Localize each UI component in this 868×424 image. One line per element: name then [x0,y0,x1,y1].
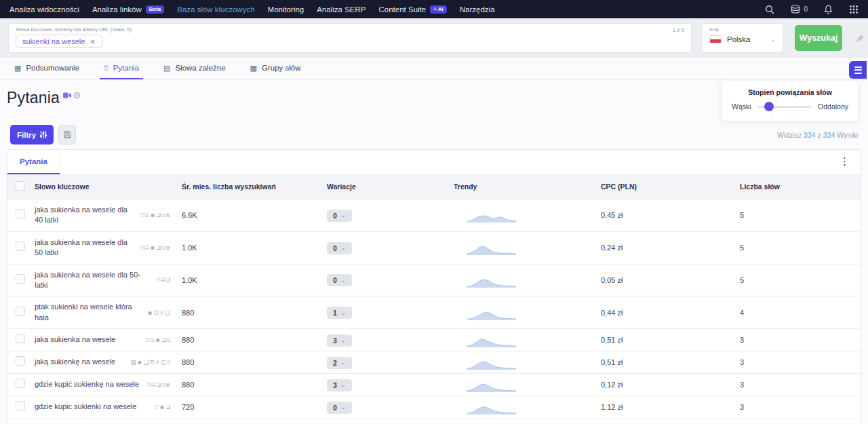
filters-label: Filtry [17,131,36,139]
keyword-link[interactable]: jaka sukienka na wesele dla 50- latki [35,270,142,291]
row-checkbox[interactable] [16,401,25,410]
tab-label: Słowa zależne [175,64,225,72]
keyword-link[interactable]: jaka sukienka na wesele dla 40 latki [35,205,136,226]
variations-dropdown[interactable]: 1⌄ [327,307,352,319]
remove-chip-icon[interactable]: ✕ [90,38,95,45]
keyword-search-section: Słowa kluczowe, domeny lub adresy URL (m… [0,18,868,58]
tab-icon: ▦ [14,64,21,73]
tab-label: Pytania [113,64,139,72]
col-volume[interactable]: Śr. mies. liczba wyszukiwań [182,182,327,191]
row-checkbox[interactable] [16,274,25,284]
table-row: ptak sukienki na wesele która hala☻⊡♕❑88… [7,296,861,328]
chevron-down-icon: ⌄ [341,310,346,316]
apps-grid-icon[interactable] [849,5,859,14]
poland-flag-icon [709,35,722,43]
tab-podsumowanie[interactable]: ▦Podsumowanie [10,58,83,79]
select-all-checkbox[interactable] [16,181,25,191]
tab-label: Podsumowanie [26,64,79,72]
search-volume: 720 [182,403,327,411]
search-volume: 880 [182,336,327,344]
tab-grupy-s-w[interactable]: ▩Grupy słów [246,58,305,79]
col-cpc[interactable]: CPC (PLN) [601,182,740,191]
row-checkbox[interactable] [16,242,25,251]
cpc-value: 1,12 zł [601,403,740,411]
table-row: gdzie kupić sukienkę na wesele⍰▤❑⊡♕8803⌄… [7,373,861,396]
variations-count: 3 [333,381,337,389]
relevance-title: Stopień powiązania słów [732,88,848,96]
results-total[interactable]: 334 [823,131,835,139]
info-icon[interactable] [74,92,80,98]
word-count: 5 [740,276,861,284]
nav-item[interactable]: Narzędzia [460,5,495,14]
search-volume: 6.6K [182,211,327,219]
cpc-value: 0,05 zł [601,276,740,284]
row-checkbox[interactable] [16,356,25,366]
variations-count: 1 [333,309,337,317]
serp-feature-icons: ⍰▤☻❑⊡♕ [140,244,171,252]
col-variations[interactable]: Wariacje [327,182,454,191]
nav-item[interactable]: Baza słów kluczowych [177,5,254,14]
variations-dropdown[interactable]: 2⌄ [327,357,352,369]
pin-icon[interactable] [856,35,864,43]
keyword-link[interactable]: ptak sukienki na wesele która hala [35,302,142,323]
results-current[interactable]: 334 [804,131,816,139]
video-tutorial-icon[interactable] [63,92,71,98]
notifications-bell-icon[interactable] [824,5,833,14]
slider-thumb[interactable] [764,102,774,111]
search-button[interactable]: Wyszukaj [795,25,842,51]
main-menu: Analiza widocznościAnaliza linkówBetaBaz… [9,5,495,14]
country-selector[interactable]: Kraj Polska ⌄ [702,23,783,53]
tab-pytania[interactable]: ⍰Pytania [100,58,143,79]
variations-dropdown[interactable]: 3⌄ [327,334,352,347]
keyword-search-input[interactable]: Słowa kluczowe, domeny lub adresy URL (m… [8,23,692,53]
nav-item[interactable]: Analiza SERP [317,5,366,14]
variations-dropdown[interactable]: 0⌄ [327,274,352,286]
nav-item-label: Analiza widoczności [9,5,79,14]
variations-count: 3 [333,336,337,345]
serp-feature-icons: ⍰☻❑ [155,404,172,411]
row-checkbox[interactable] [16,334,25,343]
relevance-slider[interactable] [758,106,811,108]
nav-item[interactable]: Monitoring [268,5,304,14]
card-tab-pytania[interactable]: Pytania [7,150,60,174]
row-checkbox[interactable] [16,209,25,218]
filters-button[interactable]: Filtry [10,125,54,144]
word-count: 3 [740,381,861,389]
keyword-chip[interactable]: sukienki na wesele ✕ [16,35,102,48]
variations-dropdown[interactable]: 0⌄ [327,210,352,222]
variations-count: 0 [333,212,337,220]
nav-item[interactable]: Content Suite+ AI [378,5,446,14]
table-row: jaka sukienka na wesele dla 50- latki⍰▤❑… [7,264,861,296]
keyword-link[interactable]: jaka sukienka na wesele [35,334,115,345]
tab-s-owa-zale-ne[interactable]: ▤Słowa zależne [159,58,230,79]
search-icon[interactable] [765,5,774,14]
row-checkbox[interactable] [16,379,25,388]
save-filter-button[interactable] [58,125,76,144]
cpc-value: 0,12 zł [601,381,740,389]
row-checkbox[interactable] [16,307,25,316]
save-floppy-icon [64,131,71,138]
nav-item-label: Content Suite [378,5,426,14]
nav-item[interactable]: Analiza widoczności [9,5,79,14]
nav-item[interactable]: Analiza linkówBeta [92,5,164,14]
serp-feature-icons: ▤☻❑⊡♕◫⍰ [131,359,171,366]
credits-indicator[interactable]: 0 [791,5,808,14]
variations-dropdown[interactable]: 0⌄ [327,242,352,254]
keyword-link[interactable]: gdzie kupic sukienki na wesele [35,402,136,412]
chevron-down-icon: ⌄ [770,36,776,43]
col-word-count[interactable]: Liczba słów [740,182,861,191]
hamburger-menu-button[interactable] [849,61,867,79]
keyword-link[interactable]: gdzie kupić sukienkę na wesele [35,379,139,389]
keyword-link[interactable]: jaką sukienkę na wesele [35,357,115,367]
cpc-value: 0,51 zł [601,358,740,366]
variations-dropdown[interactable]: 3⌄ [327,379,352,391]
col-keyword[interactable]: Słowo kluczowe [35,182,182,191]
top-navigation: Analiza widocznościAnaliza linkówBetaBaz… [0,0,868,18]
kebab-menu-icon[interactable]: ⋮ [835,154,854,169]
col-trends[interactable]: Trendy [454,182,601,191]
coins-icon [791,5,801,14]
view-tabs: ▦Podsumowanie⍰Pytania▤Słowa zależne▩Grup… [0,58,868,80]
keyword-link[interactable]: jaka sukienka na wesele dla 50 latki [35,237,136,258]
cpc-value: 0,44 zł [601,309,740,317]
variations-dropdown[interactable]: 0⌄ [327,402,352,414]
